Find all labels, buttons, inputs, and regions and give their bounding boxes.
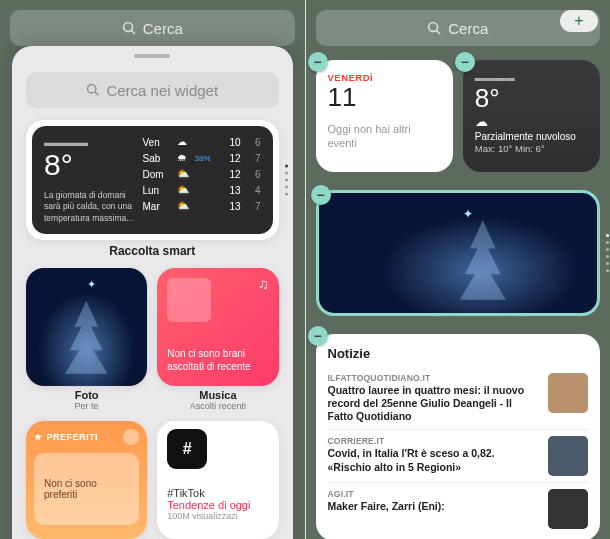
weather-icon: ⛅ — [177, 168, 189, 180]
tree-icon — [441, 215, 525, 305]
news-thumbnail — [548, 436, 588, 476]
forecast-row: Sab🌧38%127 — [143, 152, 261, 164]
news-title: Notizie — [328, 346, 589, 361]
search-icon — [122, 21, 137, 36]
forecast-row: Lun⛅134 — [143, 184, 261, 196]
tiktok-tag: #TikTok — [167, 487, 268, 499]
forecast-row: Mar⛅137 — [143, 200, 261, 212]
weather-temp: 8° — [44, 150, 135, 180]
grabber[interactable] — [134, 54, 170, 58]
search-placeholder: Cerca — [143, 20, 183, 37]
preferiti-widget[interactable]: ★PREFERITI Non ci sono preferiti — [26, 421, 147, 539]
preferiti-head: PREFERITI — [47, 432, 99, 442]
news-source: CORRIERE.IT — [328, 436, 541, 446]
tiktok-widget[interactable]: #♪ #TikTok Tendenze di oggi 100M visuali… — [157, 421, 278, 539]
calendar-msg: Oggi non hai altri eventi — [328, 122, 441, 151]
weather-icon: ☁ — [177, 136, 189, 148]
search-icon — [86, 83, 100, 97]
foto-label: Foto — [26, 389, 147, 401]
weather-temp: 8° — [475, 83, 588, 114]
news-item[interactable]: AGI.ITMaker Faire, Zarri (Eni): — [328, 482, 589, 535]
forecast-row: Ven☁106 — [143, 136, 261, 148]
remove-widget-button[interactable]: − — [455, 52, 475, 72]
smart-stack[interactable]: ▬▬▬▬ 8° La giornata di domani sarà più c… — [26, 120, 279, 240]
search-icon — [427, 21, 442, 36]
foto-sub: Per te — [26, 401, 147, 411]
news-headline: Covid, in Italia l'Rt è sceso a 0,82. «R… — [328, 447, 541, 473]
add-widget-button[interactable]: + — [560, 10, 598, 32]
cloud-icon: ☁ — [475, 114, 588, 129]
news-item[interactable]: ILFATTOQUOTIDIANO.ITQuattro lauree in qu… — [328, 367, 589, 429]
smart-stack-label: Raccolta smart — [26, 244, 279, 258]
weather-location: ▬▬▬▬ — [475, 72, 588, 83]
weather-widget[interactable]: ▬▬▬▬ 8° La giornata di domani sarà più c… — [32, 126, 273, 234]
musica-msg: Non ci sono brani ascoltati di recente — [167, 348, 268, 373]
search-bar[interactable]: Cerca — [10, 10, 295, 46]
calendar-widget[interactable]: − VENERDÌ 11 Oggi non hai altri eventi — [316, 60, 453, 172]
weather-location: ▬▬▬▬ — [44, 136, 135, 148]
remove-widget-button[interactable]: − — [308, 326, 328, 346]
circle-icon — [123, 429, 139, 445]
star-icon: ★ — [34, 432, 43, 442]
weather-widget-small[interactable]: − ▬▬▬▬ 8° ☁ Parzialmente nuvoloso Max: 1… — [463, 60, 600, 172]
news-headline: Quattro lauree in quattro mesi: il nuovo… — [328, 384, 541, 423]
news-source: ILFATTOQUOTIDIANO.IT — [328, 373, 541, 383]
widget-sheet: Cerca nei widget ▬▬▬▬ 8° La giornata di … — [12, 46, 293, 539]
news-widget[interactable]: − Notizie ILFATTOQUOTIDIANO.ITQuattro la… — [316, 334, 601, 539]
photo-stack-widget[interactable]: − ✦ — [316, 190, 601, 316]
tiktok-views: 100M visualizzazi — [167, 511, 268, 521]
remove-widget-button[interactable]: − — [308, 52, 328, 72]
musica-label: Musica — [157, 389, 278, 401]
music-icon: ♫ — [258, 276, 269, 292]
weather-desc: Parzialmente nuvoloso — [475, 131, 588, 142]
news-thumbnail — [548, 489, 588, 529]
search-placeholder: Cerca — [448, 20, 488, 37]
calendar-date: 11 — [328, 83, 441, 112]
page-dots — [285, 165, 288, 196]
tiktok-trend: Tendenze di oggi — [167, 499, 268, 511]
star-icon: ✦ — [87, 278, 96, 291]
remove-widget-button[interactable]: − — [311, 185, 331, 205]
album-placeholder — [167, 278, 211, 322]
weather-desc: La giornata di domani sarà più calda, co… — [44, 190, 135, 224]
weather-icon: ⛅ — [177, 184, 189, 196]
news-headline: Maker Faire, Zarri (Eni): — [328, 500, 541, 513]
tree-icon — [62, 296, 111, 379]
search-bar[interactable]: Cerca — [316, 10, 601, 46]
news-thumbnail — [548, 373, 588, 413]
widget-search[interactable]: Cerca nei widget — [26, 72, 279, 108]
tiktok-icon: #♪ — [167, 429, 207, 469]
weather-range: Max: 10° Min: 6° — [475, 143, 588, 154]
forecast-row: Dom⛅126 — [143, 168, 261, 180]
news-source: AGI.IT — [328, 489, 541, 499]
preferiti-msg: Non ci sono preferiti — [44, 478, 129, 500]
weather-icon: ⛅ — [177, 200, 189, 212]
weather-icon: 🌧 — [177, 152, 189, 164]
note-icon: ♪ — [205, 426, 210, 437]
widget-search-placeholder: Cerca nei widget — [106, 82, 218, 99]
page-dots — [606, 234, 609, 272]
foto-widget[interactable]: ✦ — [26, 268, 147, 386]
musica-widget[interactable]: ♫ Non ci sono brani ascoltati di recente — [157, 268, 278, 386]
news-item[interactable]: CORRIERE.ITCovid, in Italia l'Rt è sceso… — [328, 429, 589, 482]
musica-sub: Ascolti recenti — [157, 401, 278, 411]
